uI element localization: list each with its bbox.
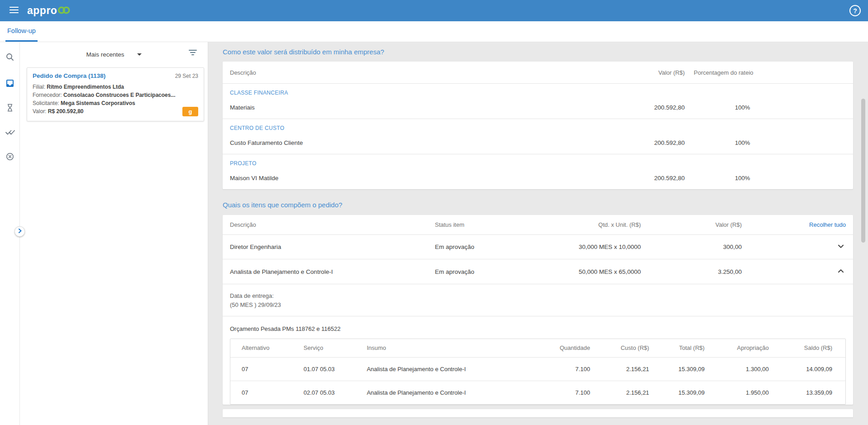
field-label: Solicitante: bbox=[33, 100, 59, 106]
item-qty-unit: 50,000 MES x 65,0000 bbox=[541, 268, 641, 275]
status-badge: g bbox=[182, 107, 198, 116]
budget-cell: 07 bbox=[230, 357, 299, 381]
items-panel: Descrição Status item Qtd. x Unit. (R$) … bbox=[223, 215, 853, 405]
budget-cell: 13.359,09 bbox=[773, 381, 845, 404]
filter-icon bbox=[189, 50, 197, 57]
col-header-value: Valor (R$) bbox=[612, 69, 685, 76]
budget-cell: 15.309,09 bbox=[653, 381, 709, 404]
expand-panel-button[interactable] bbox=[14, 226, 25, 237]
distribution-group: CLASSE FINANCEIRA Materiais 200.592,80 1… bbox=[223, 84, 853, 119]
rail-pending-button[interactable] bbox=[0, 98, 20, 118]
distribution-percent-cell: 100% bbox=[685, 139, 846, 146]
distribution-row: Materiais 200.592,80 100% bbox=[223, 96, 853, 119]
field-label: Fornecedor: bbox=[33, 92, 62, 98]
budget-title: Orçamento Pesada PMs 118762 e 116522 bbox=[223, 316, 853, 332]
budget-table-header-row: Alternativo Serviço Insumo Quantidade Cu… bbox=[230, 339, 845, 357]
top-bar: appro ? bbox=[0, 0, 868, 21]
order-card-header: Pedido de Compra (1138) 29 Set 23 bbox=[33, 72, 198, 79]
budget-col-header: Serviço bbox=[299, 339, 362, 357]
distribution-name: Materiais bbox=[230, 104, 612, 111]
budget-cell: 2.156,21 bbox=[595, 357, 653, 381]
budget-cell: 01.07 05.03 bbox=[299, 357, 362, 381]
main-area: Como este valor será distribuído em minh… bbox=[208, 42, 868, 425]
budget-table-row: 07 02.07 05.03 Analista de Planejamento … bbox=[230, 381, 845, 404]
col-header-percent: Porcentagem do rateio bbox=[685, 69, 846, 76]
items-section-title: Quais os itens que compõem o pedido? bbox=[223, 201, 853, 209]
distribution-percent-cell: 100% bbox=[685, 104, 846, 111]
order-card-field: Fornecedor: Consolacao Construcoes E Par… bbox=[33, 91, 193, 99]
progress-bar bbox=[694, 140, 731, 146]
rail-approved-button[interactable] bbox=[0, 123, 20, 143]
percent-label: 100% bbox=[735, 139, 750, 146]
item-description: Diretor Engenharia bbox=[230, 244, 435, 250]
group-label: PROJETO bbox=[223, 154, 853, 167]
item-status: Em aprovação bbox=[435, 244, 541, 250]
logo-text: appro bbox=[27, 5, 57, 17]
logo-mark-icon bbox=[57, 5, 71, 18]
percent-label: 100% bbox=[735, 175, 750, 181]
budget-cell: 2.156,21 bbox=[595, 381, 653, 404]
field-value: Mega Sistemas Corporativos bbox=[61, 100, 135, 106]
collapse-item-button[interactable] bbox=[836, 266, 846, 277]
item-detail-section: Data de entrega: (50 MES ) 29/09/23 bbox=[223, 284, 853, 316]
item-qty-unit: 30,000 MES x 10,0000 bbox=[541, 244, 641, 250]
percent-label: 100% bbox=[735, 104, 750, 111]
rail-search-button[interactable] bbox=[0, 48, 20, 67]
distribution-header-row: Descrição Valor (R$) Porcentagem do rate… bbox=[223, 62, 853, 84]
expand-item-button[interactable] bbox=[836, 241, 846, 253]
budget-cell: 07 bbox=[230, 381, 299, 404]
item-row: Analista de Planejamento e Controle-I Em… bbox=[223, 259, 853, 284]
chevron-down-icon bbox=[837, 242, 845, 252]
budget-col-header: Insumo bbox=[362, 339, 532, 357]
budget-cell: 14.009,09 bbox=[773, 357, 845, 381]
budget-col-header: Alternativo bbox=[230, 339, 299, 357]
distribution-value: 200.592,80 bbox=[612, 175, 685, 181]
field-value: R$ 200.592,80 bbox=[48, 108, 84, 115]
order-card-field: Filial: Rítmo Empreendimentos Ltda bbox=[33, 83, 193, 91]
rail-followup-button[interactable] bbox=[0, 74, 20, 94]
distribution-section-title: Como este valor será distribuído em minh… bbox=[223, 48, 853, 56]
budget-cell: Analista de Planejamento e Controle-I bbox=[362, 357, 532, 381]
item-status: Em aprovação bbox=[435, 268, 541, 275]
next-section-panel bbox=[223, 409, 853, 417]
distribution-value: 200.592,80 bbox=[612, 104, 685, 111]
help-icon: ? bbox=[853, 7, 857, 14]
group-label: CLASSE FINANCEIRA bbox=[223, 84, 853, 96]
item-description: Analista de Planejamento e Controle-I bbox=[230, 268, 435, 275]
budget-col-header: Saldo (R$) bbox=[773, 339, 845, 357]
budget-col-header: Custo (R$) bbox=[595, 339, 653, 357]
collapse-all-link[interactable]: Recolher tudo bbox=[809, 221, 846, 228]
col-header-qty-unit: Qtd. x Unit. (R$) bbox=[541, 221, 641, 228]
caret-down-icon bbox=[137, 53, 142, 58]
hourglass-icon bbox=[5, 103, 14, 114]
order-card-field: Solicitante: Mega Sistemas Corporativos bbox=[33, 99, 193, 107]
app-logo: appro bbox=[27, 4, 71, 18]
distribution-row: Maison VI Matilde 200.592,80 100% bbox=[223, 167, 853, 189]
list-header: Mais recentes bbox=[20, 42, 208, 64]
filter-button[interactable] bbox=[189, 49, 197, 57]
budget-cell: 02.07 05.03 bbox=[299, 381, 362, 404]
sort-dropdown[interactable]: Mais recentes bbox=[86, 51, 141, 58]
rail-rejected-button[interactable] bbox=[0, 147, 20, 167]
tab-follow-up[interactable]: Follow-up bbox=[5, 21, 38, 42]
field-label: Filial: bbox=[33, 84, 45, 90]
vertical-scrollbar[interactable] bbox=[861, 99, 865, 243]
col-header-description: Descrição bbox=[230, 221, 435, 228]
help-button[interactable]: ? bbox=[849, 5, 861, 16]
col-header-value: Valor (R$) bbox=[641, 221, 742, 228]
menu-button[interactable] bbox=[7, 4, 21, 18]
delivery-date-label: Data de entrega: bbox=[230, 291, 846, 301]
item-value: 300,00 bbox=[641, 244, 742, 250]
tab-label: Follow-up bbox=[7, 27, 36, 34]
field-value: Consolacao Construcoes E Participacoes..… bbox=[63, 92, 175, 98]
order-card[interactable]: Pedido de Compra (1138) 29 Set 23 Filial… bbox=[27, 67, 204, 121]
distribution-value: 200.592,80 bbox=[612, 139, 685, 146]
list-panel: Mais recentes Pedido de Compra (1138) 29… bbox=[20, 42, 208, 425]
budget-col-header: Quantidade bbox=[533, 339, 595, 357]
chevron-right-icon bbox=[17, 228, 23, 235]
progress-bar bbox=[694, 175, 731, 181]
chevron-up-icon bbox=[837, 267, 845, 277]
budget-cell: 1.950,00 bbox=[709, 381, 773, 404]
budget-cell: 7.100 bbox=[533, 381, 595, 404]
delivery-date-value: (50 MES ) 29/09/23 bbox=[230, 301, 846, 310]
